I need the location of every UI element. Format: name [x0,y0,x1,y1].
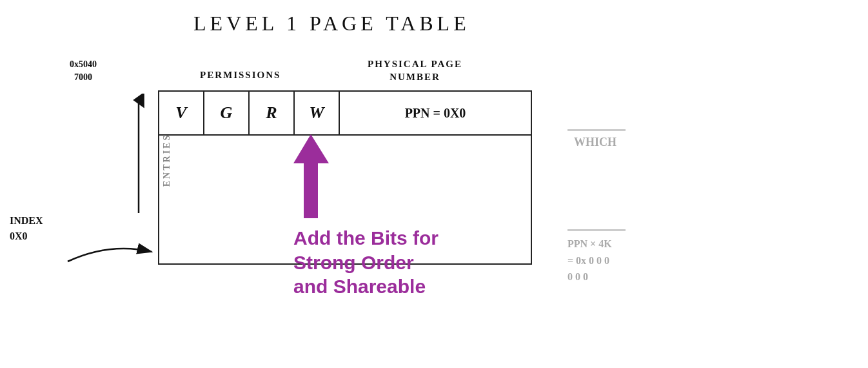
ppn-label-line1: Physical Page [368,59,462,69]
index-arrow-icon [64,239,155,265]
page: Level 1 Page Table 0x5040 7000 Permissio… [0,0,868,368]
cell-g: G [204,92,250,134]
right-ppn-calc: PPN × 4K = 0x 0 0 0 0 0 0 [567,236,612,285]
address-hex: 0x5040 [70,59,97,69]
big-up-arrow-container [293,134,329,221]
left-arrow-container [129,94,148,220]
annotation-line2: Strong Order [293,250,439,275]
right-which-label: Which [574,136,616,149]
annotation-text: Add the Bits for Strong Order and Sharea… [293,226,439,299]
index-value: 0x0 [10,230,28,241]
ppn-label: Physical Page Number [368,58,462,83]
index-arrow-container [64,239,155,268]
cell-r: R [250,92,295,134]
page-title: Level 1 Page Table [193,12,470,36]
cell-v: V [159,92,204,134]
cell-w: W [295,92,340,134]
index-label: Index 0x0 [10,213,43,244]
address-label: 0x5040 7000 [70,58,97,83]
ppn-label-line2: Number [390,72,440,82]
ppn-line2: = 0x 0 0 0 [567,252,612,269]
index-text: Index [10,215,43,226]
svg-marker-2 [293,134,329,218]
annotation-line1: Add the Bits for [293,226,439,250]
ppn-line3: 0 0 0 [567,269,612,285]
big-up-arrow-icon [293,134,329,218]
right-line-1 [567,129,626,131]
annotation-line3: and Shareable [293,274,439,299]
address-dec: 7000 [74,72,92,82]
cell-ppn: PPN = 0X0 [340,92,531,134]
left-up-arrow-icon [129,94,148,216]
permissions-label: Permissions [200,70,281,81]
right-line-2 [567,229,626,231]
table-header-row: V G R W PPN = 0X0 [158,90,532,136]
ppn-line1: PPN × 4K [567,236,612,252]
